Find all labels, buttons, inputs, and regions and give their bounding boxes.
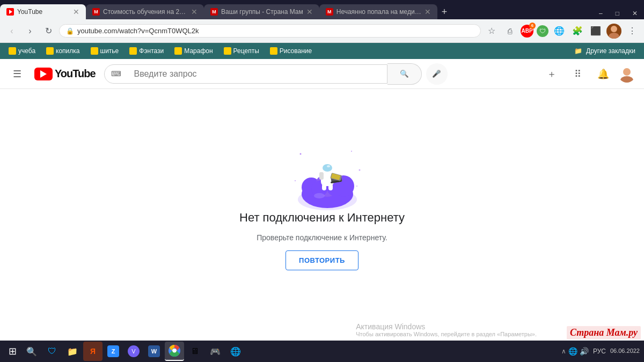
yandex-icon: Я	[90, 347, 96, 356]
taskbar-app-12[interactable]: 🎮	[206, 342, 225, 361]
chrome-menu-button[interactable]: ⋮	[625, 24, 640, 39]
tab-close-2[interactable]: ✕	[191, 8, 197, 16]
viber-icon: V	[128, 345, 140, 357]
svg-point-7	[351, 151, 352, 152]
bookmark-star-button[interactable]: ☆	[484, 24, 499, 39]
search-input[interactable]	[128, 65, 387, 83]
new-tab-button[interactable]: +	[437, 6, 452, 18]
tab-2[interactable]: M Стоимость обучения на 2022-2... ✕	[86, 4, 204, 19]
search-icon: 🔍	[400, 70, 409, 78]
extensions-button[interactable]: 🌐	[552, 24, 567, 39]
nav-actions: ☆ ⎙ ABP 6 🛡 🌐 🧩 ⬛ ⋮	[484, 24, 640, 39]
bookmark-icon-folder: 📁	[574, 47, 582, 55]
start-button[interactable]: ⊞	[4, 342, 21, 360]
bookmark-icon-рисование	[270, 47, 277, 55]
keyboard-input-button[interactable]: ⌨	[105, 65, 128, 82]
defender-icon: 🛡	[48, 346, 56, 356]
address-text: youtube.com/watch?v=QcnmT0WQL2k	[77, 27, 474, 35]
watermark-text: Страна Мам.ру	[570, 327, 638, 338]
tray-arrow-icon[interactable]: ∧	[561, 348, 566, 355]
taskbar-lang[interactable]: РУС	[593, 348, 606, 355]
tab-label-2: Стоимость обучения на 2022-2...	[103, 8, 188, 16]
abp-button[interactable]: ABP 6	[521, 25, 533, 38]
tab-youtube[interactable]: YouTube ✕	[0, 4, 86, 19]
youtube-logo[interactable]: YouTube	[34, 68, 96, 80]
back-button[interactable]: ‹	[4, 24, 19, 39]
taskbar-app-viber[interactable]: V	[124, 342, 143, 361]
menu-button[interactable]: ☰	[9, 64, 26, 84]
bookmark-icon-фэнтази	[129, 47, 137, 55]
tab-close-youtube[interactable]: ✕	[73, 8, 79, 16]
tab-close-4[interactable]: ✕	[425, 8, 431, 16]
media-button[interactable]: ⬛	[588, 24, 603, 39]
minimize-button[interactable]: –	[592, 8, 609, 19]
apps-button[interactable]: ⠿	[567, 63, 588, 85]
tab-label-3: Ваши группы - Страна Мам	[221, 8, 303, 16]
user-avatar[interactable]	[618, 65, 635, 83]
tab-bar: YouTube ✕ M Стоимость обучения на 2022-2…	[0, 0, 644, 19]
browser-window: YouTube ✕ M Стоимость обучения на 2022-2…	[0, 0, 644, 341]
error-subtitle: Проверьте подключение к Интернету.	[257, 233, 387, 242]
tab-favicon-2: M	[92, 8, 100, 16]
tab-4[interactable]: M Нечаянно попала на медитаци... ✕	[319, 4, 437, 19]
bookmark-шитье[interactable]: шитье	[86, 46, 123, 56]
bookmark-фэнтази[interactable]: Фэнтази	[125, 46, 168, 56]
retry-button[interactable]: ПОВТОРИТЬ	[286, 250, 358, 270]
tab-label-4: Нечаянно попала на медитаци...	[336, 8, 421, 16]
taskbar-app-yandex[interactable]: Я	[83, 342, 103, 361]
search-taskbar-button[interactable]: 🔍	[22, 343, 41, 360]
bookmarks-bar: учеба копилка шитье Фэнтази Марафон Реце…	[0, 43, 644, 59]
taskbar-app-zoom[interactable]: Z	[104, 342, 123, 361]
taskbar-app-explorer[interactable]: 📁	[63, 342, 82, 361]
tab-close-3[interactable]: ✕	[306, 8, 313, 16]
tray-network-icon[interactable]: 🌐	[568, 347, 577, 356]
notifications-button[interactable]: 🔔	[592, 63, 614, 85]
taskbar-app-11[interactable]: 🖥	[185, 342, 204, 361]
app13-icon: 🌐	[230, 346, 241, 357]
taskbar-app-word[interactable]: W	[144, 342, 164, 361]
tab-favicon-4: M	[326, 8, 333, 16]
bookmark-label-копилка: копилка	[56, 47, 79, 55]
explorer-icon: 📁	[67, 346, 78, 357]
address-bar[interactable]: 🔒 youtube.com/watch?v=QcnmT0WQL2k	[59, 24, 481, 38]
tab-label-youtube: YouTube	[17, 8, 70, 16]
svg-point-2	[609, 33, 619, 39]
bookmark-учеба[interactable]: учеба	[4, 46, 40, 56]
other-bookmarks-label: Другие закладки	[586, 47, 635, 55]
bookmark-рецепты[interactable]: Рецепты	[219, 46, 264, 56]
bookmark-icon-шитье	[91, 47, 98, 55]
puzzle-button[interactable]: 🧩	[570, 24, 585, 39]
voice-search-button[interactable]: 🎤	[426, 63, 448, 85]
abp-count-badge: 6	[529, 23, 536, 29]
svg-point-1	[611, 26, 617, 32]
word-icon: W	[148, 345, 160, 357]
tray-sound-icon[interactable]: 🔊	[580, 347, 589, 356]
taskbar-app-defender[interactable]: 🛡	[42, 342, 62, 361]
maximize-button[interactable]: □	[609, 8, 626, 19]
svg-point-10	[356, 186, 357, 187]
forward-button[interactable]: ›	[23, 24, 38, 39]
profile-avatar[interactable]	[606, 24, 621, 39]
other-bookmarks[interactable]: 📁 Другие закладки	[570, 46, 640, 56]
taskbar-app-chrome[interactable]	[165, 342, 184, 361]
tab-3[interactable]: M Ваши группы - Страна Мам ✕	[204, 4, 319, 19]
youtube-logo-icon	[34, 68, 53, 80]
create-button[interactable]: ＋	[541, 63, 562, 85]
bookmark-копилка[interactable]: копилка	[42, 46, 84, 56]
svg-point-6	[300, 153, 302, 155]
svg-rect-25	[328, 184, 333, 190]
taskbar-app-13[interactable]: 🌐	[226, 342, 245, 361]
close-button[interactable]: ✕	[626, 8, 644, 19]
microphone-icon: 🎤	[432, 70, 441, 78]
share-button[interactable]: ⎙	[502, 24, 517, 39]
search-button[interactable]: 🔍	[387, 63, 422, 85]
bookmark-label-фэнтази: Фэнтази	[139, 47, 164, 55]
tab-favicon-yt	[6, 8, 14, 16]
shield-button[interactable]: 🛡	[537, 25, 548, 37]
bookmark-рисование[interactable]: Рисование	[266, 46, 316, 56]
tab-favicon-3: M	[210, 8, 218, 16]
bookmark-марафон[interactable]: Марафон	[170, 46, 217, 56]
taskbar-clock[interactable]: 06.06.2022	[610, 347, 640, 355]
taskbar-right: ∧ 🌐 🔊 РУС 06.06.2022	[561, 347, 640, 356]
reload-button[interactable]: ↻	[41, 24, 56, 39]
